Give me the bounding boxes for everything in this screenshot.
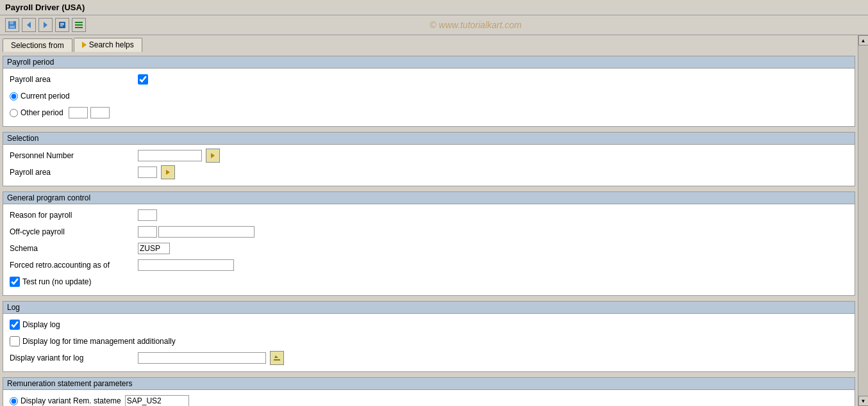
right-scrollbar: ▲ ▼ <box>858 35 868 406</box>
forward-icon[interactable] <box>38 18 53 32</box>
schema-label: Schema <box>10 244 138 253</box>
personnel-number-label: Personnel Number <box>10 151 138 160</box>
test-run-row: Test run (no update) <box>10 275 848 289</box>
display-log-text: Display log <box>22 320 60 329</box>
display-variant-rem-text: Display variant Rem. stateme <box>21 396 121 405</box>
data-icon[interactable] <box>55 18 69 32</box>
selection-payroll-area-label: Payroll area <box>10 168 138 177</box>
list-icon[interactable] <box>72 18 86 32</box>
scroll-down-arrow[interactable]: ▼ <box>858 396 869 406</box>
general-program-control-section: General program control Reason for payro… <box>3 191 855 296</box>
display-variant-rem-label[interactable]: Display variant Rem. stateme <box>10 396 121 405</box>
selection-payroll-area-arrow-icon <box>166 170 170 175</box>
log-header: Log <box>3 302 855 314</box>
payroll-period-header: Payroll period <box>3 56 855 69</box>
svg-marker-4 <box>44 22 47 28</box>
display-variant-row: Display variant for log <box>10 351 848 365</box>
other-period-input2[interactable] <box>90 107 110 118</box>
general-program-control-body: Reason for payroll Off-cycle payroll Sch… <box>3 204 855 295</box>
selection-payroll-area-nav-btn[interactable] <box>161 165 175 179</box>
display-log-time-checkbox[interactable] <box>10 336 20 346</box>
offcycle-payroll-input2[interactable] <box>158 226 255 238</box>
test-run-checkbox[interactable] <box>10 277 20 287</box>
scroll-up-arrow[interactable]: ▲ <box>858 35 869 45</box>
svg-marker-13 <box>274 355 278 358</box>
display-log-row: Display log <box>10 318 848 332</box>
content-area: Selections from Search helps Payroll per… <box>0 35 858 406</box>
log-section: Log Display log Display log for time ma <box>3 301 855 372</box>
scroll-track[interactable] <box>858 45 868 396</box>
selections-from-tab[interactable]: Selections from <box>3 38 72 52</box>
personnel-number-input[interactable] <box>138 150 202 161</box>
schema-input[interactable] <box>138 243 170 254</box>
svg-rect-12 <box>274 359 280 361</box>
remuneration-body: Display variant Rem. stateme <box>3 390 855 406</box>
payroll-area-checkbox[interactable] <box>138 74 148 85</box>
selection-header: Selection <box>3 133 855 145</box>
current-period-radio[interactable] <box>10 92 18 101</box>
reason-for-payroll-label: Reason for payroll <box>10 211 138 220</box>
svg-rect-10 <box>75 24 83 26</box>
selection-payroll-area-input[interactable] <box>138 166 157 178</box>
display-log-label[interactable]: Display log <box>10 320 60 330</box>
reason-for-payroll-input[interactable] <box>138 209 157 221</box>
selection-section: Selection Personnel Number Payroll area <box>3 132 855 186</box>
display-variant-input[interactable] <box>138 352 266 364</box>
general-program-control-header: General program control <box>3 192 855 204</box>
test-run-text: Test run (no update) <box>22 277 91 286</box>
svg-rect-6 <box>60 23 64 24</box>
display-log-time-label[interactable]: Display log for time management addition… <box>10 336 176 346</box>
display-variant-label: Display variant for log <box>10 353 138 362</box>
personnel-number-nav-btn[interactable] <box>206 149 220 163</box>
forced-retro-input[interactable] <box>138 259 234 271</box>
window-title: Payroll Driver (USA) <box>5 3 85 12</box>
selection-payroll-area-row: Payroll area <box>10 165 848 179</box>
display-log-checkbox[interactable] <box>10 320 20 330</box>
current-period-label[interactable]: Current period <box>10 92 70 101</box>
remuneration-header: Remuneration statement parameters <box>3 378 855 390</box>
personnel-number-row: Personnel Number <box>10 149 848 163</box>
payroll-period-section: Payroll period Payroll area Current peri… <box>3 56 855 127</box>
reason-for-payroll-row: Reason for payroll <box>10 208 848 222</box>
selection-body: Personnel Number Payroll area <box>3 145 855 186</box>
tab-bar: Selections from Search helps <box>3 38 855 52</box>
search-helps-tab[interactable]: Search helps <box>74 38 142 52</box>
svg-rect-1 <box>10 21 13 24</box>
schema-row: Schema <box>10 241 848 256</box>
svg-rect-7 <box>60 24 64 25</box>
svg-rect-2 <box>10 26 15 28</box>
display-variant-rem-input[interactable] <box>125 395 189 406</box>
test-run-label[interactable]: Test run (no update) <box>10 277 91 287</box>
payroll-area-row: Payroll area <box>10 72 848 86</box>
search-helps-arrow-icon <box>82 42 87 48</box>
offcycle-payroll-input1[interactable] <box>138 226 157 238</box>
toolbar: © www.tutorialkart.com <box>0 15 868 35</box>
remuneration-section: Remuneration statement parameters Displa… <box>3 377 855 406</box>
display-variant-edit-btn[interactable] <box>270 351 284 365</box>
main-window: Payroll Driver (USA) © www.tutorialkart.… <box>0 0 868 406</box>
offcycle-payroll-label: Off-cycle payroll <box>10 227 138 236</box>
display-variant-rem-radio[interactable] <box>10 397 18 405</box>
current-period-text: Current period <box>21 92 70 101</box>
save-icon[interactable] <box>5 18 19 32</box>
other-period-label[interactable]: Other period <box>10 108 63 117</box>
back-icon[interactable] <box>22 18 36 32</box>
forced-retro-label: Forced retro.accounting as of <box>10 261 138 270</box>
other-period-radio[interactable] <box>10 109 18 117</box>
svg-rect-11 <box>75 27 83 28</box>
log-body: Display log Display log for time managem… <box>3 314 855 371</box>
current-period-row: Current period <box>10 89 848 103</box>
svg-rect-8 <box>60 26 63 26</box>
payroll-period-body: Payroll area Current period <box>3 69 855 126</box>
display-log-time-text: Display log for time management addition… <box>22 337 176 346</box>
forced-retro-row: Forced retro.accounting as of <box>10 258 848 272</box>
offcycle-payroll-row: Off-cycle payroll <box>10 225 848 239</box>
payroll-area-label: Payroll area <box>10 75 138 84</box>
title-bar: Payroll Driver (USA) <box>0 0 868 15</box>
display-log-time-row: Display log for time management addition… <box>10 334 848 348</box>
personnel-number-arrow-icon <box>211 153 215 158</box>
svg-marker-3 <box>27 22 31 28</box>
search-helps-label: Search helps <box>89 40 134 49</box>
other-period-input1[interactable] <box>69 107 88 118</box>
other-period-text: Other period <box>21 108 63 117</box>
